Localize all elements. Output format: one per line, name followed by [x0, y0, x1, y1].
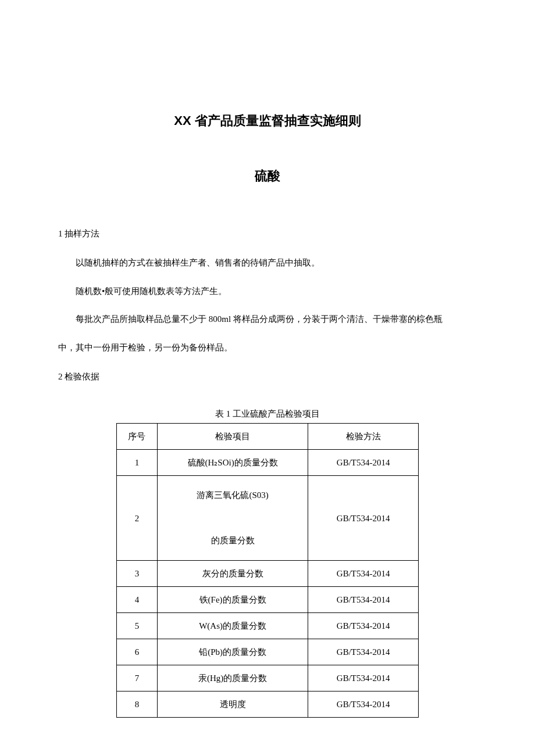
header-index: 序号 — [117, 424, 158, 450]
table-row: 4 铁(Fe)的质量分数 GB/T534-2014 — [117, 587, 419, 613]
cell-item: 铅(Pb)的质量分数 — [157, 639, 308, 665]
table-row: 7 汞(Hg)的质量分数 GB/T534-2014 — [117, 665, 419, 691]
table-row: 2 游离三氧化硫(S03) 的质量分数 GB/T534-2014 — [117, 476, 419, 561]
header-method: 检验方法 — [308, 424, 419, 450]
cell-method: GB/T534-2014 — [308, 639, 419, 665]
section-1-p1: 以随机抽样的方式在被抽样生产者、销售者的待销产品中抽取。 — [58, 255, 477, 271]
table-row: 3 灰分的质量分数 GB/T534-2014 — [117, 561, 419, 587]
cell-item: 透明度 — [157, 691, 308, 718]
section-1-p3b: 中，其中一份用于检验，另一份为备份样品。 — [58, 339, 477, 356]
cell-index: 3 — [117, 561, 158, 587]
section-1-p2: 随机数•般可使用随机数表等方法产生。 — [58, 283, 477, 300]
document-subtitle: 硫酸 — [58, 166, 477, 186]
cell-method: GB/T534-2014 — [308, 587, 419, 613]
section-1-heading: 1 抽样方法 — [58, 227, 477, 241]
cell-method: GB/T534-2014 — [308, 476, 419, 561]
cell-item: 游离三氧化硫(S03) 的质量分数 — [157, 476, 308, 561]
table-1-caption: 表 1 工业硫酸产品检验项目 — [58, 407, 477, 421]
inspection-table: 序号 检验项目 检验方法 1 硫酸(H₂SOi)的质量分数 GB/T534-20… — [116, 423, 419, 718]
cell-index: 5 — [117, 613, 158, 639]
cell-index: 8 — [117, 691, 158, 718]
table-row: 8 透明度 GB/T534-2014 — [117, 691, 419, 718]
cell-index: 6 — [117, 639, 158, 665]
cell-index: 7 — [117, 665, 158, 691]
cell-index: 2 — [117, 476, 158, 561]
table-row: 6 铅(Pb)的质量分数 GB/T534-2014 — [117, 639, 419, 665]
cell-item-line1: 游离三氧化硫(S03) — [197, 490, 268, 500]
cell-index: 4 — [117, 587, 158, 613]
table-row: 1 硫酸(H₂SOi)的质量分数 GB/T534-2014 — [117, 450, 419, 476]
table-header-row: 序号 检验项目 检验方法 — [117, 424, 419, 450]
cell-item: 灰分的质量分数 — [157, 561, 308, 587]
cell-item-line2: 的质量分数 — [211, 536, 255, 545]
cell-item: 铁(Fe)的质量分数 — [157, 587, 308, 613]
section-1-p3a: 每批次产品所抽取样品总量不少于 800ml 将样品分成两份，分装于两个清洁、干燥… — [58, 311, 477, 328]
cell-item: 汞(Hg)的质量分数 — [157, 665, 308, 691]
cell-method: GB/T534-2014 — [308, 665, 419, 691]
table-row: 5 W(As)的质量分数 GB/T534-2014 — [117, 613, 419, 639]
cell-index: 1 — [117, 450, 158, 476]
cell-method: GB/T534-2014 — [308, 691, 419, 718]
header-item: 检验项目 — [157, 424, 308, 450]
cell-item: 硫酸(H₂SOi)的质量分数 — [157, 450, 308, 476]
document-title: XX 省产品质量监督抽查实施细则 — [58, 110, 477, 131]
cell-method: GB/T534-2014 — [308, 561, 419, 587]
section-2-heading: 2 检验依据 — [58, 370, 477, 384]
cell-method: GB/T534-2014 — [308, 450, 419, 476]
cell-item: W(As)的质量分数 — [157, 613, 308, 639]
cell-method: GB/T534-2014 — [308, 613, 419, 639]
